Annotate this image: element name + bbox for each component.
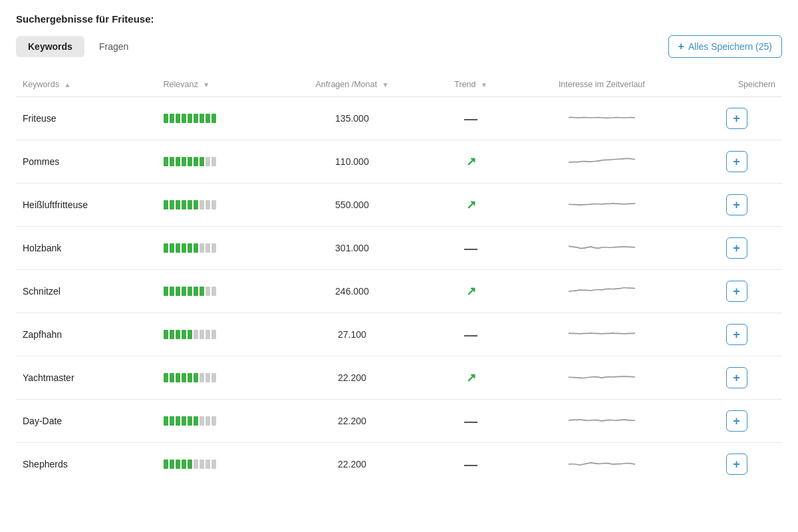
speichern-cell: +	[691, 356, 782, 400]
bar-segment	[164, 287, 168, 296]
trend-cell: ↗	[430, 184, 513, 227]
bar-segment	[200, 330, 204, 339]
relevanz-bars	[164, 460, 268, 469]
trend-flat-icon: —	[464, 458, 477, 471]
speichern-cell: +	[691, 270, 782, 313]
bar-segment	[200, 114, 204, 123]
add-keyword-button[interactable]: +	[726, 194, 747, 215]
add-keyword-button[interactable]: +	[726, 324, 747, 345]
bar-segment	[182, 373, 186, 382]
trend-cell: —	[430, 227, 513, 270]
sparkline-chart	[569, 281, 635, 300]
trend-up-icon: ↗	[466, 155, 476, 168]
sort-icon-relevanz[interactable]: ▼	[203, 81, 209, 88]
speichern-cell: +	[691, 400, 782, 443]
bar-segment	[205, 330, 210, 339]
tab-fragen[interactable]: Fragen	[87, 36, 140, 57]
save-all-button[interactable]: + Alles Speichern (25)	[668, 35, 782, 58]
bar-segment	[211, 157, 216, 166]
bar-segment	[211, 416, 216, 426]
tabs-row: Keywords Fragen + Alles Speichern (25)	[16, 35, 782, 58]
relevanz-bars	[164, 157, 268, 166]
table-row: Day-Date22.200— +	[16, 400, 782, 443]
anfragen-cell: 22.200	[275, 443, 430, 486]
trend-flat-icon: —	[464, 112, 477, 125]
keyword-name: Zapfhahn	[23, 329, 62, 340]
bar-segment	[182, 416, 186, 426]
relevanz-bars	[164, 200, 268, 209]
bar-segment	[205, 416, 210, 426]
bar-segment	[170, 243, 174, 253]
table-row: Shepherds22.200— +	[16, 443, 782, 486]
bar-segment	[205, 287, 210, 296]
keyword-name: Shepherds	[23, 459, 68, 469]
add-keyword-button[interactable]: +	[726, 281, 747, 302]
sort-icon-trend[interactable]: ▼	[481, 81, 487, 88]
add-keyword-button[interactable]: +	[726, 410, 747, 432]
add-keyword-button[interactable]: +	[726, 108, 747, 129]
sparkline-chart	[569, 454, 635, 473]
add-keyword-button[interactable]: +	[726, 237, 747, 259]
bar-segment	[182, 330, 186, 339]
bar-segment	[211, 287, 216, 296]
relevanz-cell	[157, 313, 275, 356]
bar-segment	[200, 287, 204, 296]
bar-segment	[205, 243, 210, 253]
table-row: Holzbank301.000— +	[16, 227, 782, 270]
bar-segment	[188, 114, 192, 123]
keyword-name: Heißluftfritteuse	[23, 200, 88, 210]
bar-segment	[205, 200, 210, 209]
relevanz-cell	[157, 140, 275, 184]
bar-segment	[188, 460, 192, 469]
bar-segment	[194, 373, 198, 382]
tabs-container: Keywords Fragen	[16, 36, 140, 57]
bar-segment	[176, 416, 180, 426]
bar-segment	[170, 200, 174, 209]
bar-segment	[176, 287, 180, 296]
bar-segment	[211, 330, 216, 339]
sparkline-cell	[512, 184, 691, 227]
speichern-cell: +	[691, 227, 782, 270]
relevanz-bars	[164, 330, 268, 339]
speichern-cell: +	[691, 140, 782, 184]
trend-cell: —	[430, 443, 513, 486]
anfragen-value: 22.200	[281, 459, 423, 469]
bar-segment	[176, 200, 180, 209]
relevanz-bars	[164, 114, 268, 123]
bar-segment	[194, 287, 198, 296]
keyword-name: Holzbank	[23, 243, 61, 253]
bar-segment	[164, 330, 168, 339]
sparkline-chart	[569, 368, 635, 386]
relevanz-bars	[164, 416, 268, 426]
bar-segment	[176, 243, 180, 253]
sort-icon-anfragen[interactable]: ▼	[382, 81, 388, 88]
speichern-cell: +	[691, 443, 782, 486]
sparkline-chart	[569, 195, 635, 213]
add-keyword-button[interactable]: +	[726, 454, 747, 475]
add-keyword-button[interactable]: +	[726, 367, 747, 388]
bar-segment	[211, 200, 216, 209]
anfragen-cell: 135.000	[275, 97, 430, 140]
col-speichern: Speichern	[691, 74, 782, 97]
sparkline-chart	[569, 325, 635, 343]
bar-segment	[170, 287, 174, 296]
sparkline-cell	[512, 356, 691, 400]
anfragen-cell: 22.200	[275, 400, 430, 443]
sort-icon-keyword[interactable]: ▲	[64, 81, 70, 88]
bar-segment	[211, 243, 216, 253]
bar-segment	[170, 416, 174, 426]
sparkline-chart	[569, 108, 635, 127]
sparkline-cell	[512, 400, 691, 443]
bar-segment	[182, 114, 186, 123]
add-keyword-button[interactable]: +	[726, 151, 747, 172]
bar-segment	[164, 200, 168, 209]
anfragen-cell: 246.000	[275, 270, 430, 313]
trend-cell: ↗	[430, 270, 513, 313]
sparkline-cell	[512, 443, 691, 486]
bar-segment	[194, 157, 198, 166]
bar-segment	[200, 200, 204, 209]
keyword-name: Friteuse	[23, 113, 57, 124]
bar-segment	[188, 200, 192, 209]
tab-keywords[interactable]: Keywords	[16, 36, 84, 57]
bar-segment	[170, 157, 174, 166]
